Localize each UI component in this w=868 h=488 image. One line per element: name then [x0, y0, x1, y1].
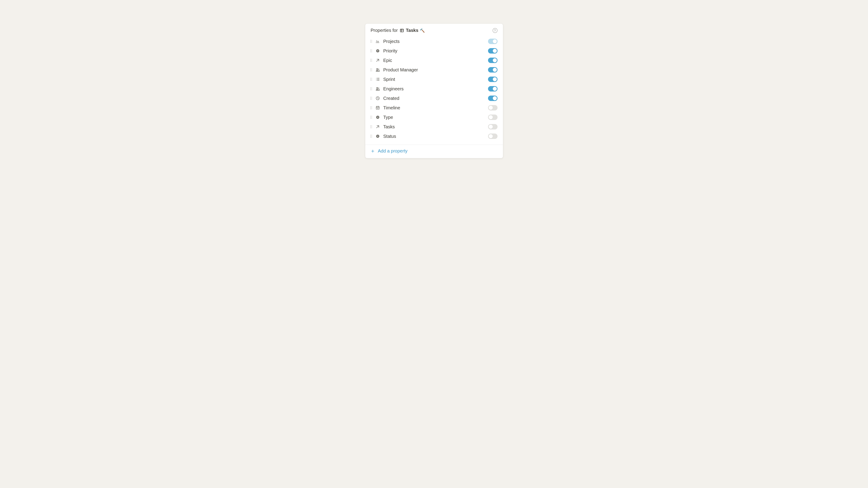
property-row[interactable]: Type — [368, 112, 501, 122]
visibility-toggle[interactable] — [488, 96, 498, 101]
svg-point-34 — [371, 78, 372, 78]
property-row[interactable]: Tasks — [368, 122, 501, 131]
property-row[interactable]: Epic — [368, 56, 501, 65]
svg-line-84 — [377, 126, 379, 128]
svg-point-12 — [371, 50, 372, 50]
svg-point-88 — [371, 136, 372, 137]
title-prefix: Properties for — [371, 28, 398, 33]
add-property-label: Add a property — [378, 149, 408, 154]
visibility-toggle[interactable] — [488, 133, 498, 139]
svg-point-58 — [371, 99, 372, 100]
svg-point-41 — [376, 79, 376, 79]
svg-rect-0 — [400, 29, 403, 32]
drag-handle-icon[interactable] — [370, 87, 373, 91]
property-label: Type — [383, 114, 486, 121]
svg-point-39 — [376, 78, 376, 78]
svg-point-64 — [370, 109, 371, 109]
svg-point-8 — [371, 42, 372, 43]
people-icon — [375, 86, 380, 91]
db-name: Tasks — [406, 28, 418, 33]
add-property-button[interactable]: Add a property — [371, 149, 408, 154]
properties-panel: Properties for Tasks 🔨 ? AaProjectsPrior… — [365, 24, 503, 158]
text-icon: Aa — [375, 39, 380, 44]
svg-point-86 — [371, 135, 372, 135]
property-row[interactable]: Sprint — [368, 74, 501, 84]
drag-handle-icon[interactable] — [370, 125, 373, 129]
property-row[interactable]: AaProjects — [368, 37, 501, 46]
property-label: Status — [383, 133, 486, 139]
visibility-toggle[interactable] — [488, 58, 498, 63]
table-icon — [400, 28, 404, 33]
svg-text:Aa: Aa — [376, 40, 379, 42]
visibility-toggle[interactable] — [488, 124, 498, 129]
drag-handle-icon[interactable] — [370, 134, 373, 138]
drag-handle-icon[interactable] — [370, 39, 373, 43]
drag-handle-icon[interactable] — [370, 96, 373, 100]
visibility-toggle[interactable] — [488, 115, 498, 120]
visibility-toggle[interactable] — [488, 67, 498, 72]
svg-point-29 — [370, 71, 371, 71]
visibility-toggle[interactable] — [488, 48, 498, 54]
svg-point-62 — [370, 107, 371, 108]
svg-point-28 — [371, 70, 372, 70]
drag-handle-icon[interactable] — [370, 49, 373, 53]
svg-point-35 — [370, 79, 371, 80]
property-row[interactable]: Priority — [368, 46, 501, 56]
plus-icon — [371, 149, 375, 153]
clock-icon — [375, 96, 380, 101]
visibility-toggle[interactable] — [488, 86, 498, 92]
help-button[interactable]: ? — [493, 28, 498, 33]
svg-point-18 — [370, 59, 371, 60]
arrow-icon — [375, 124, 380, 129]
property-label: Engineers — [383, 86, 486, 92]
property-row[interactable]: Product Manager — [368, 65, 501, 74]
select-icon — [375, 134, 380, 139]
property-row[interactable]: Created — [368, 94, 501, 103]
svg-point-60 — [370, 106, 371, 107]
svg-point-48 — [371, 89, 372, 89]
drag-handle-icon[interactable] — [370, 116, 373, 119]
select-icon — [375, 115, 380, 120]
svg-point-55 — [370, 98, 371, 99]
drag-handle-icon[interactable] — [370, 68, 373, 72]
drag-handle-icon[interactable] — [370, 77, 373, 81]
drag-handle-icon[interactable] — [370, 106, 373, 109]
svg-point-6 — [371, 41, 372, 42]
svg-point-21 — [371, 60, 372, 61]
svg-point-4 — [371, 40, 372, 41]
svg-point-32 — [378, 69, 379, 70]
property-label: Sprint — [383, 76, 486, 83]
visibility-toggle — [488, 39, 498, 44]
svg-point-90 — [371, 137, 372, 138]
property-label: Projects — [383, 38, 486, 44]
svg-point-85 — [370, 135, 371, 135]
property-row[interactable]: Timeline — [368, 103, 501, 112]
svg-point-38 — [371, 80, 372, 81]
svg-point-83 — [371, 128, 372, 128]
arrow-icon — [375, 58, 380, 63]
svg-point-3 — [370, 40, 371, 41]
property-row[interactable]: Status — [368, 131, 501, 141]
svg-point-27 — [370, 70, 371, 70]
property-row[interactable]: Engineers — [368, 84, 501, 94]
property-label: Created — [383, 95, 486, 101]
svg-point-81 — [371, 127, 372, 127]
drag-handle-icon[interactable] — [370, 59, 373, 62]
svg-rect-66 — [376, 106, 379, 109]
svg-point-7 — [370, 42, 371, 43]
svg-point-30 — [371, 71, 372, 71]
svg-point-19 — [371, 59, 372, 60]
properties-list: AaProjectsPriorityEpicProduct ManagerSpr… — [365, 36, 503, 144]
svg-point-50 — [371, 90, 372, 90]
property-label: Timeline — [383, 105, 486, 111]
svg-point-56 — [371, 98, 372, 99]
svg-point-78 — [370, 125, 371, 126]
visibility-toggle[interactable] — [488, 105, 498, 110]
svg-point-20 — [370, 60, 371, 61]
svg-point-46 — [371, 88, 372, 88]
visibility-toggle[interactable] — [488, 76, 498, 82]
svg-point-36 — [371, 79, 372, 80]
property-label: Tasks — [383, 124, 486, 130]
svg-point-37 — [370, 80, 371, 81]
svg-point-45 — [370, 88, 371, 88]
